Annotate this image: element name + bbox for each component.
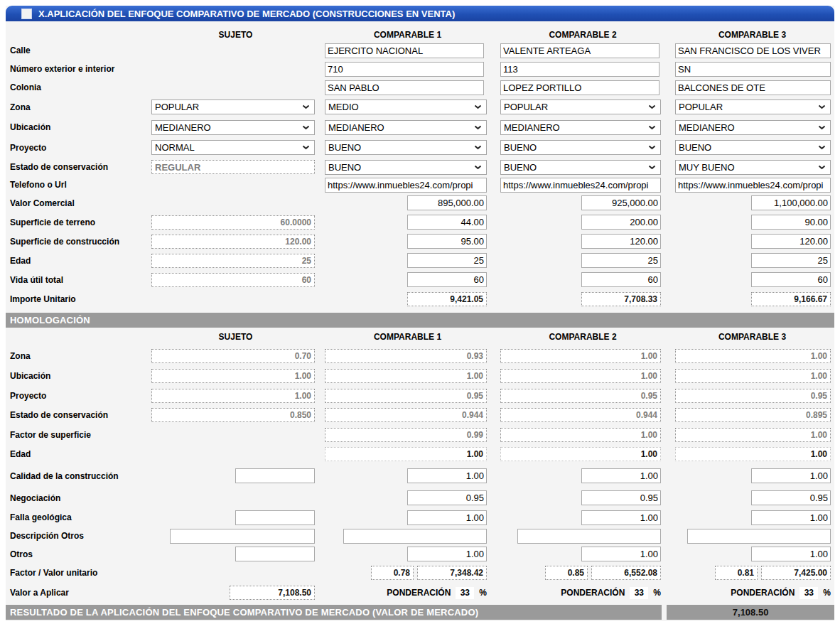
row-label-colonia: Colonia: [6, 82, 151, 92]
vida-util-input-c2[interactable]: [581, 272, 661, 287]
row-label-edad: Edad: [6, 256, 151, 266]
proyecto-select-c2[interactable]: BUENO: [500, 140, 661, 155]
select-value: NORMAL: [155, 142, 195, 153]
row-label-telefono: Telefono o Url: [6, 180, 151, 190]
h-zona-readonly-c3: 1.00: [675, 349, 831, 363]
sup-construccion-input-c2[interactable]: [581, 234, 661, 249]
row-numero: Número exterior e interior: [6, 60, 834, 78]
telefono-input-c3[interactable]: [675, 178, 831, 193]
valor-comercial-input-c3[interactable]: [751, 195, 831, 210]
select-value: MEDIANERO: [328, 122, 384, 133]
row-sup-terreno: Superficie de terreno 60.0000: [6, 213, 834, 232]
zona-select-c2[interactable]: POPULAR: [500, 99, 661, 114]
falla-input-sujeto[interactable]: [235, 510, 315, 525]
numero-input-c1[interactable]: [325, 62, 484, 77]
proyecto-select-sujeto[interactable]: NORMAL: [151, 140, 315, 155]
sup-construccion-input-c1[interactable]: [407, 234, 487, 249]
colonia-input-c1[interactable]: [325, 80, 484, 95]
chevron-down-icon: [648, 125, 656, 130]
telefono-input-c2[interactable]: [500, 178, 661, 193]
homologacion-section-title: HOMOLOGACIÓN: [10, 315, 90, 326]
numero-input-c2[interactable]: [500, 62, 659, 77]
falla-input-c2[interactable]: [581, 510, 661, 525]
ubicacion-select-c1[interactable]: MEDIANERO: [325, 120, 487, 135]
desc-otros-input-c1[interactable]: [343, 529, 487, 544]
negociacion-input-c2[interactable]: [581, 490, 661, 505]
zona-select-c3[interactable]: POPULAR: [675, 99, 831, 114]
otros-input-c3[interactable]: [751, 547, 831, 561]
factor-superficie-readonly-c3: 1.00: [675, 428, 831, 442]
homologacion-section-bar: HOMOLOGACIÓN: [6, 313, 834, 328]
section-title: X.APLICACIÓN DEL ENFOQUE COMPARATIVO DE …: [38, 9, 455, 19]
calle-input-c2[interactable]: [500, 43, 659, 58]
zona-select-c1[interactable]: MEDIO: [325, 99, 487, 114]
calidad-input-c1[interactable]: [407, 468, 487, 483]
calidad-input-sujeto[interactable]: [235, 468, 315, 483]
falla-input-c1[interactable]: [407, 510, 487, 525]
sup-terreno-input-c3[interactable]: [751, 215, 831, 230]
select-value: POPULAR: [679, 102, 723, 112]
row-label-sup-terreno: Superficie de terreno: [6, 217, 151, 227]
edad-input-c1[interactable]: [407, 253, 487, 268]
estado-select-c2[interactable]: BUENO: [500, 160, 661, 175]
ponderacion-value-c1[interactable]: 33: [456, 587, 474, 599]
telefono-input-c1[interactable]: [325, 178, 487, 193]
valor-comercial-input-c2[interactable]: [581, 195, 661, 210]
otros-input-sujeto[interactable]: [235, 547, 315, 561]
desc-otros-input-c2[interactable]: [517, 529, 661, 544]
column-header-comparable3: COMPARABLE 3: [670, 332, 834, 342]
vida-util-input-c3[interactable]: [751, 272, 831, 287]
numero-input-c3[interactable]: [675, 62, 831, 77]
h-edad-readonly-c1: 1.00: [325, 447, 487, 461]
sup-terreno-input-c1[interactable]: [407, 215, 487, 230]
calidad-input-c3[interactable]: [751, 468, 831, 483]
proyecto-select-c1[interactable]: BUENO: [325, 140, 487, 155]
ponderacion-label: PONDERACIÓN: [561, 588, 625, 598]
select-value: POPULAR: [504, 102, 548, 112]
row-label-proyecto: Proyecto: [6, 143, 151, 153]
valor-unitario-readonly-c3: 7,425.00: [761, 566, 831, 580]
falla-input-c3[interactable]: [751, 510, 831, 525]
row-label-negociacion: Negociación: [6, 493, 151, 503]
calidad-input-c2[interactable]: [581, 468, 661, 483]
colonia-input-c3[interactable]: [675, 80, 831, 95]
row-label-valor-aplicar: Valor a Aplicar: [6, 588, 151, 598]
desc-otros-input-sujeto[interactable]: [170, 529, 315, 544]
row-proyecto: Proyecto NORMAL BUENO BUENO BUENO: [6, 137, 834, 158]
ubicacion-select-c3[interactable]: MEDIANERO: [675, 120, 831, 135]
row-label-estado: Estado de conservación: [6, 162, 151, 172]
ubicacion-select-sujeto[interactable]: MEDIANERO: [151, 120, 315, 135]
calle-input-c3[interactable]: [675, 43, 831, 58]
edad-input-c2[interactable]: [581, 253, 661, 268]
section-checkbox[interactable]: [21, 9, 32, 19]
negociacion-input-c1[interactable]: [407, 490, 487, 505]
h-proyecto-readonly-c1: 0.95: [325, 389, 487, 403]
negociacion-input-c3[interactable]: [751, 490, 831, 505]
zona-select-sujeto[interactable]: POPULAR: [151, 99, 315, 114]
valor-unitario-readonly-c1: 7,348.42: [417, 566, 487, 580]
sup-terreno-input-c2[interactable]: [581, 215, 661, 230]
desc-otros-input-c3[interactable]: [687, 529, 831, 544]
edad-input-c3[interactable]: [751, 253, 831, 268]
row-h-estado: Estado de conservación 0.850 0.944 0.944…: [6, 405, 834, 425]
calle-input-c1[interactable]: [325, 43, 484, 58]
proyecto-select-c3[interactable]: BUENO: [675, 140, 831, 155]
ubicacion-select-c2[interactable]: MEDIANERO: [500, 120, 661, 135]
vida-util-input-c1[interactable]: [407, 272, 487, 287]
colonia-input-c2[interactable]: [500, 80, 659, 95]
row-label-ubicacion: Ubicación: [6, 122, 151, 132]
factor-readonly-c1: 0.78: [371, 566, 414, 580]
h-estado-readonly-c2: 0.944: [500, 408, 661, 422]
estado-select-c1[interactable]: BUENO: [325, 160, 487, 175]
ponderacion-value-c3[interactable]: 33: [799, 587, 818, 599]
row-calle: Calle: [6, 41, 834, 60]
chevron-down-icon: [474, 125, 482, 130]
estado-select-c3[interactable]: MUY BUENO: [675, 160, 831, 175]
valor-comercial-input-c1[interactable]: [407, 195, 487, 210]
otros-input-c1[interactable]: [407, 547, 487, 561]
row-otros: Otros: [6, 545, 834, 563]
row-label-desc-otros: Descripción Otros: [6, 531, 151, 541]
sup-construccion-input-c3[interactable]: [751, 234, 831, 249]
ponderacion-value-c2[interactable]: 33: [630, 587, 648, 599]
otros-input-c2[interactable]: [581, 547, 661, 561]
